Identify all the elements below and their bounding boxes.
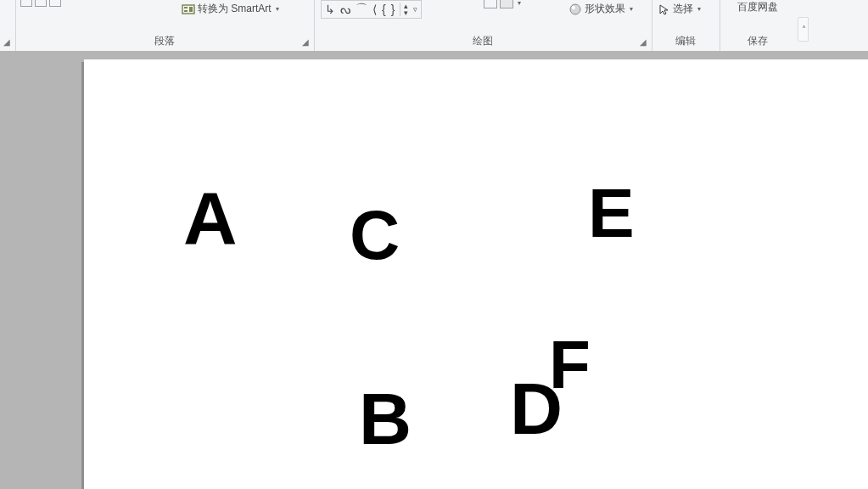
connector-curve-icon: ᔓ [340,3,350,16]
dropdown-icon: ▾ [697,5,701,13]
textbox-C[interactable]: C [350,195,400,275]
ribbon-collapse-button[interactable]: ˄ [798,17,809,42]
group-label-editing: 编辑 [652,34,720,48]
baidu-netdisk-label: 百度网盘 [737,0,778,14]
curly-left-icon: { [382,3,386,16]
textbox-B[interactable]: B [359,377,412,461]
dialog-launcher-icon[interactable]: ◢ [2,37,12,48]
slide-workspace: ACEBDF [0,51,868,489]
svg-rect-3 [189,7,193,12]
slide-canvas[interactable]: ACEBDF [84,59,868,489]
gallery-scroll-icon[interactable]: ▴▾ [400,3,408,16]
group-label-paragraph: 段落 [15,34,314,48]
dialog-launcher-icon[interactable]: ◢ [300,37,311,48]
dialog-launcher-icon[interactable]: ◢ [638,37,648,48]
group-label-cloud: 保存 [720,34,796,48]
connector-elbow-icon: ↳ [325,3,335,16]
svg-point-5 [572,6,575,9]
chevron-up-icon: ˄ [802,25,806,34]
select-cursor-icon [658,3,670,15]
connector-arc-icon: ⌒ [356,2,367,17]
svg-rect-2 [184,10,188,12]
paragraph-toggle-row[interactable] [20,0,61,7]
textbox-F[interactable]: F [549,326,591,404]
dropdown-icon: ▾ [630,5,633,13]
ribbon-group-drawing: ↳ ᔓ ⌒ ⟨ { } ▴▾ ▿ ▾ 形状效果 ▾ 绘图 ◢ [314,0,652,51]
ribbon-group-editing: 选择 ▾ 编辑 [652,0,720,51]
shape-effects-label: 形状效果 [585,2,625,16]
group-label-drawing: 绘图 [314,34,652,48]
ribbon: ◢ 转换为 SmartArt ▾ 段落 ◢ ↳ ᔓ ⌒ ⟨ { } [0,0,868,52]
ribbon-group-leftedge: ◢ [0,0,16,51]
gallery-more-icon[interactable]: ▿ [413,5,417,14]
ribbon-group-cloud: 百度网盘 保存 [720,0,796,51]
select-button[interactable]: 选择 ▾ [658,2,701,16]
textbox-A[interactable]: A [183,175,238,261]
svg-point-4 [570,4,580,14]
shape-effects-button[interactable]: 形状效果 ▾ [568,2,633,16]
baidu-netdisk-button[interactable]: 百度网盘 [720,0,796,14]
convert-to-smartart-label: 转换为 SmartArt [198,2,272,16]
textbox-E[interactable]: E [588,173,635,253]
ribbon-group-paragraph: 转换为 SmartArt ▾ 段落 ◢ [15,0,315,51]
convert-to-smartart-button[interactable]: 转换为 SmartArt ▾ [182,2,279,16]
shapes-gallery[interactable]: ↳ ᔓ ⌒ ⟨ { } ▴▾ ▿ [321,0,422,19]
brace-left-icon: ⟨ [372,3,377,16]
curly-right-icon: } [391,3,395,16]
svg-rect-1 [184,7,188,8]
shape-style-gallery[interactable]: ▾ [484,0,521,8]
dropdown-icon: ▾ [276,5,279,13]
shape-effects-icon [568,3,582,16]
dropdown-icon: ▾ [518,0,521,7]
smartart-icon [182,3,195,16]
select-label: 选择 [673,2,693,16]
